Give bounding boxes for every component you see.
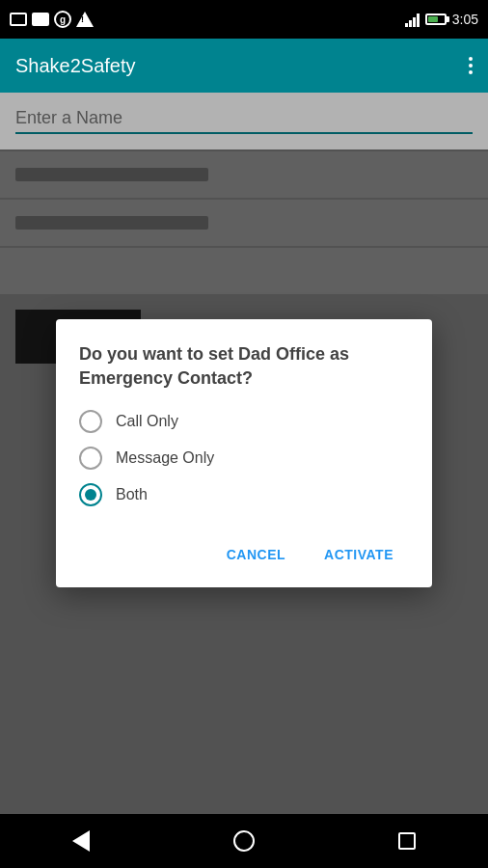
home-button[interactable] xyxy=(233,830,255,852)
nav-bar xyxy=(0,814,488,868)
notification-icon xyxy=(32,13,49,26)
google-icon: g xyxy=(54,11,71,28)
cancel-button[interactable]: CANCEL xyxy=(211,537,301,572)
main-content: Do you want to set Dad Office as Emergen… xyxy=(0,93,488,814)
warning-icon xyxy=(76,12,94,27)
radio-circle-call-only xyxy=(79,410,102,433)
radio-label-message-only: Message Only xyxy=(116,449,214,467)
menu-dot xyxy=(469,57,473,61)
activate-button[interactable]: ACTIVATE xyxy=(309,537,409,572)
back-button[interactable] xyxy=(72,830,90,852)
status-bar: g 3:05 xyxy=(0,0,488,39)
top-bar: Shake2Safety xyxy=(0,39,488,93)
radio-item-message-only[interactable]: Message Only xyxy=(79,447,409,470)
radio-circle-message-only xyxy=(79,447,102,470)
status-icons-left: g xyxy=(10,11,94,28)
battery-fill xyxy=(428,16,438,22)
app-title: Shake2Safety xyxy=(15,55,136,77)
screen-icon xyxy=(10,13,27,26)
radio-label-call-only: Call Only xyxy=(116,413,178,430)
status-icons-right: 3:05 xyxy=(405,12,478,27)
dialog-actions: CANCEL ACTIVATE xyxy=(79,529,409,572)
radio-group: Call Only Message Only Both xyxy=(79,410,409,506)
status-time: 3:05 xyxy=(452,12,478,27)
radio-circle-both xyxy=(79,483,102,506)
menu-dot xyxy=(469,70,473,74)
dialog: Do you want to set Dad Office as Emergen… xyxy=(56,319,432,587)
more-options-button[interactable] xyxy=(469,57,473,74)
signal-icon xyxy=(405,12,420,27)
radio-label-both: Both xyxy=(116,486,148,503)
dialog-overlay: Do you want to set Dad Office as Emergen… xyxy=(0,93,488,814)
radio-item-call-only[interactable]: Call Only xyxy=(79,410,409,433)
radio-inner-both xyxy=(85,489,96,501)
recents-button[interactable] xyxy=(398,832,416,850)
menu-dot xyxy=(469,64,473,68)
battery-icon xyxy=(425,14,447,25)
radio-item-both[interactable]: Both xyxy=(79,483,409,506)
dialog-title: Do you want to set Dad Office as Emergen… xyxy=(79,342,409,391)
